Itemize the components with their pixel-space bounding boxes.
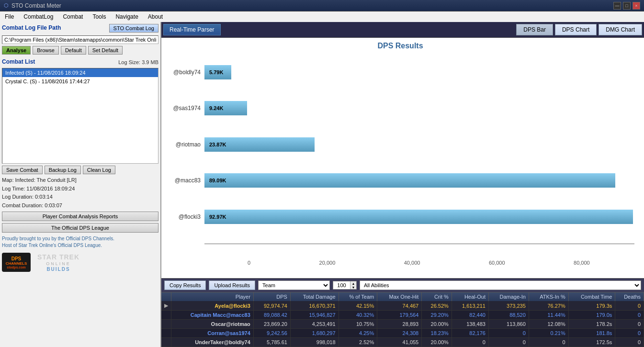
sto-combat-log-button[interactable]: STO Combat Log	[109, 24, 158, 33]
max-one-hit-0: 74,467	[377, 301, 422, 311]
bar-label-1: @sas1974	[161, 105, 204, 112]
crit-pct-4: 20.00%	[422, 338, 452, 347]
col-expander	[161, 292, 171, 301]
bar-row-4: @flocki3 92.97K	[204, 207, 634, 226]
heal-out-1: 82,440	[452, 311, 488, 320]
player-name-1: Capitain Macc@macc83	[171, 311, 254, 320]
top-n-input[interactable]	[333, 281, 350, 289]
row-expander-4[interactable]	[161, 338, 171, 347]
x-label-4: 80,000	[574, 260, 590, 266]
col-deaths: Deaths	[615, 292, 644, 301]
table-row[interactable]: Corran@sas1974 9,242.56 1,680,297 4.25% …	[161, 329, 644, 338]
save-combat-button[interactable]: Save Combat	[2, 166, 43, 174]
team-select[interactable]: Team Player All	[258, 280, 330, 290]
table-row[interactable]: Oscar@riotmao 23,869.20 4,253,491 10.75%…	[161, 320, 644, 329]
row-expander-1[interactable]	[161, 311, 171, 320]
heal-out-2: 138,483	[452, 320, 488, 329]
backup-log-button[interactable]: Backup Log	[45, 166, 81, 174]
num-arrows: ▲ ▼	[350, 281, 356, 289]
table-row[interactable]: Capitain Macc@macc83 89,088.42 15,946,82…	[161, 311, 644, 320]
bar-label-3: @macc83	[161, 177, 204, 184]
crit-pct-0: 26.52%	[422, 301, 452, 311]
deaths-3: 0	[615, 329, 644, 338]
dmg-chart-button[interactable]: DMG Chart	[599, 24, 642, 35]
star-trek-online-builds-logo: STAR TREK ONLINE BUILDS	[34, 253, 82, 272]
damage-in-4: 0	[488, 338, 529, 347]
row-expander-0[interactable]: ▶	[161, 301, 171, 311]
player-name-0: Ayela@flocki3	[171, 301, 254, 311]
chart-title: DPS Results	[166, 42, 634, 50]
default-button[interactable]: Default	[61, 46, 86, 55]
log-time-label: Log Time: 11/08/2016 18:09:24	[2, 185, 158, 193]
pct-team-0: 42.15%	[339, 301, 377, 311]
clean-log-button[interactable]: Clean Log	[83, 166, 115, 174]
menu-combatlog[interactable]: CombatLog	[19, 12, 58, 21]
pct-team-4: 2.52%	[339, 338, 377, 347]
upload-results-button[interactable]: Upload Results	[209, 280, 255, 290]
menu-file[interactable]: File	[0, 12, 19, 21]
player-combat-analysis-button[interactable]: Player Combat Analysis Reports	[2, 212, 158, 221]
total-damage-1: 15,946,827	[290, 311, 339, 320]
combat-time-2: 178.2s	[568, 320, 615, 329]
combat-list-box[interactable]: Infected (S) - 11/08/2016 18:09:24 Cryst…	[2, 68, 158, 164]
col-combat-time: Combat Time	[568, 292, 615, 301]
total-damage-2: 4,253,491	[290, 320, 339, 329]
x-axis-labels: 0 20,000 40,000 60,000 80,000 100,000	[248, 260, 644, 266]
ability-filter-select[interactable]: All Abilities	[360, 280, 641, 290]
num-up-arrow[interactable]: ▲	[350, 281, 356, 285]
dps-chart-button[interactable]: DPS Chart	[555, 24, 597, 35]
file-path-input[interactable]	[2, 35, 158, 44]
atks-in-2: 12.08%	[529, 320, 568, 329]
combat-list-item-0[interactable]: Infected (S) - 11/08/2016 18:09:24	[2, 68, 158, 77]
table-row[interactable]: ▶ Ayela@flocki3 92,974.74 16,670,371 42.…	[161, 301, 644, 311]
dps-3: 9,242.56	[253, 329, 290, 338]
dps-0: 92,974.74	[253, 301, 290, 311]
damage-in-0: 373,235	[488, 301, 529, 311]
col-max-one-hit: Max One-Hit	[377, 292, 422, 301]
bar-row-2: @riotmao 23.87K	[204, 135, 634, 154]
menu-bar: File CombatLog Combat Tools Navigate Abo…	[0, 11, 644, 22]
bar-row-3: @macc83 89.09K	[204, 171, 634, 190]
title-bar: ⬡ STO Combat Meter — □ ×	[0, 0, 644, 11]
minimize-button[interactable]: —	[613, 2, 621, 10]
menu-tools[interactable]: Tools	[88, 12, 111, 21]
official-dps-league-button[interactable]: The Official DPS League	[2, 223, 158, 233]
app-title: STO Combat Meter	[11, 2, 61, 9]
sto-logo-bot: BUILDS	[46, 267, 70, 272]
menu-about[interactable]: About	[143, 12, 168, 21]
damage-in-2: 113,860	[488, 320, 529, 329]
deaths-0: 0	[615, 301, 644, 311]
sto-logo-top: STAR TREK	[37, 253, 79, 261]
log-duration-label: Log Duration: 0:03:14	[2, 193, 158, 201]
col-dps: DPS	[253, 292, 290, 301]
menu-combat[interactable]: Combat	[58, 12, 88, 21]
menu-navigate[interactable]: Navigate	[111, 12, 143, 21]
dps-2: 23,869.20	[253, 320, 290, 329]
maximize-button[interactable]: □	[623, 2, 631, 10]
bar-label-4: @flocki3	[161, 213, 204, 220]
x-label-3: 60,000	[489, 260, 505, 266]
col-atks-in: ATKS-In %	[529, 292, 568, 301]
real-time-parser-button[interactable]: Real-Time Parser	[163, 24, 221, 35]
browse-button[interactable]: Browse	[33, 46, 59, 55]
close-button[interactable]: ×	[633, 2, 640, 10]
row-expander-3[interactable]	[161, 329, 171, 338]
max-one-hit-4: 41,055	[377, 338, 422, 347]
analyse-button[interactable]: Analyse	[2, 46, 31, 55]
x-axis-line	[204, 244, 634, 244]
table-row[interactable]: UnderTaker@boldly74 5,785.61 998,018 2.5…	[161, 338, 644, 347]
pct-team-1: 40.32%	[339, 311, 377, 320]
col-damage-in: Damage-In	[488, 292, 529, 301]
main-layout: Combat Log File Path STO Combat Log Anal…	[0, 22, 644, 347]
damage-in-1: 88,520	[488, 311, 529, 320]
combat-list-item-1[interactable]: Crystal C. (S) - 11/08/2016 17:44:27	[2, 77, 158, 86]
dps-bar-button[interactable]: DPS Bar	[516, 24, 553, 35]
num-down-arrow[interactable]: ▼	[350, 285, 356, 289]
set-default-button[interactable]: Set Default	[88, 46, 123, 55]
heal-out-4: 0	[452, 338, 488, 347]
left-panel: Combat Log File Path STO Combat Log Anal…	[0, 22, 161, 347]
copy-results-button[interactable]: Copy Results	[164, 280, 206, 290]
logos-row: DPS CHANNELS stodps.com STAR TREK ONLINE…	[2, 253, 158, 272]
col-crit-pct: Crit %	[422, 292, 452, 301]
row-expander-2[interactable]	[161, 320, 171, 329]
